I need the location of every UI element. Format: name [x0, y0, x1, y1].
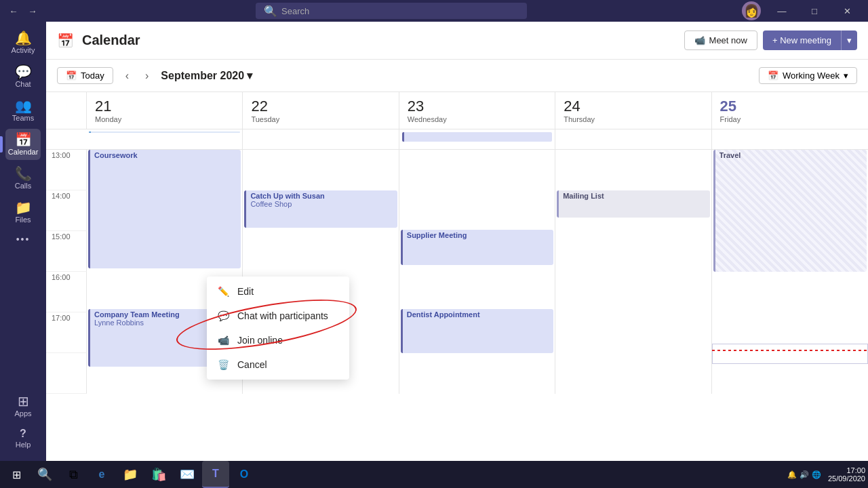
event-supplier[interactable]: Supplier Meeting [401, 230, 553, 265]
sidebar-item-calendar[interactable]: 📅 Calendar [5, 129, 41, 160]
taskbar: ⊞ 🔍 ⧉ e 📁 🛍️ ✉️ T O 🔔 🔊 🌐 17:00 25/09/20… [0, 461, 868, 488]
start-button[interactable]: ⊞ [3, 461, 30, 488]
sidebar-item-help[interactable]: ? Help [5, 424, 41, 453]
help-icon: ? [20, 428, 26, 439]
context-menu-edit[interactable]: ✏️ Edit [207, 279, 349, 304]
month-label[interactable]: September 2020 ▾ [161, 69, 252, 82]
context-menu-chat[interactable]: 💬 Chat with participants [207, 304, 349, 328]
calendar-icon: 📅 [15, 133, 32, 146]
event-coursework[interactable]: Coursework [88, 150, 241, 268]
meet-now-icon: 📹 [694, 35, 705, 45]
allday-mon [87, 129, 243, 149]
event-title: Travel [719, 151, 863, 159]
window-controls: — □ ✕ [766, 0, 863, 22]
new-meeting-button[interactable]: + New meeting [763, 30, 841, 50]
today-icon: 📅 [66, 70, 77, 81]
event-title: Mailing List [563, 192, 705, 200]
search-icon: 🔍 [264, 5, 277, 18]
sidebar-item-activity[interactable]: 🔔 Activity [5, 27, 41, 58]
taskbar-outlook[interactable]: O [231, 461, 258, 488]
taskbar-teams[interactable]: T [202, 461, 229, 488]
event-mailing[interactable]: Mailing List [557, 190, 709, 218]
current-time-slot [712, 344, 868, 364]
sidebar-item-more[interactable]: ••• [5, 230, 41, 248]
day-header-tue: 22 Tuesday [243, 92, 399, 129]
page-icon: 📅 [57, 33, 74, 49]
next-week-button[interactable]: › [141, 67, 153, 85]
time-slot-1700: 17:00 [46, 312, 87, 353]
tray-icon-1: 🔔 [787, 470, 797, 479]
context-menu-join[interactable]: 📹 Join online [207, 328, 349, 352]
day-name: Wednesday [408, 115, 547, 123]
day-number: 22 [251, 98, 390, 115]
sidebar-item-chat[interactable]: 💬 Chat [5, 61, 41, 92]
event-catch-up[interactable]: Catch Up with Susan Coffee Shop [244, 190, 397, 228]
day-number: 23 [408, 98, 547, 115]
time-column: 13:00 14:00 15:00 16:00 17:00 [46, 150, 87, 394]
context-menu: ✏️ Edit 💬 Chat with participants 📹 Join … [207, 277, 349, 380]
avatar[interactable]: 👩 [742, 1, 761, 20]
nav-forward-button[interactable]: → [24, 3, 41, 19]
meet-now-button[interactable]: 📹 Meet now [684, 30, 757, 50]
minimize-button[interactable]: — [766, 0, 797, 22]
day-header-wed: 23 Wednesday [399, 92, 555, 129]
search-bar[interactable]: 🔍 [256, 3, 527, 19]
calendar-toolbar: 📅 Today ‹ › September 2020 ▾ 📅 Working W… [46, 60, 868, 92]
sidebar-item-apps[interactable]: ⊞ Apps [5, 390, 41, 422]
search-input[interactable] [281, 6, 519, 16]
taskbar-store[interactable]: 🛍️ [145, 461, 172, 488]
day-header-thu: 24 Thursday [555, 92, 711, 129]
current-time-indicator [712, 350, 868, 351]
tray-icon-3: 🌐 [812, 470, 821, 479]
time-slot-1500: 15:00 [46, 231, 87, 272]
allday-thu [555, 129, 711, 149]
sidebar-item-label: Apps [14, 409, 31, 418]
context-menu-cancel[interactable]: 🗑️ Cancel [207, 352, 349, 377]
new-meeting-dropdown-button[interactable]: ▾ [841, 30, 857, 50]
context-menu-label: Chat with participants [237, 310, 328, 321]
teams-icon: 👥 [15, 99, 32, 113]
allday-event[interactable] [89, 131, 240, 133]
time-slot-1800 [46, 353, 87, 394]
allday-wed [399, 129, 555, 149]
taskbar-edge[interactable]: e [88, 461, 115, 488]
event-title: Supplier Meeting [407, 231, 549, 239]
day-name: Thursday [564, 115, 703, 123]
sidebar-item-label: Help [16, 441, 31, 449]
taskbar-files[interactable]: 📁 [117, 461, 144, 488]
event-travel[interactable]: Travel [713, 150, 867, 272]
day-name: Tuesday [251, 115, 390, 123]
sidebar-item-teams[interactable]: 👥 Teams [5, 95, 41, 126]
files-icon: 📁 [15, 201, 32, 214]
prev-week-button[interactable]: ‹ [121, 67, 133, 85]
chat-participants-icon: 💬 [218, 310, 229, 321]
taskbar-mail[interactable]: ✉️ [174, 461, 201, 488]
event-title: Dentist Appointment [407, 310, 549, 319]
context-menu-label: Edit [237, 286, 254, 297]
calls-icon: 📞 [15, 167, 32, 180]
close-button[interactable]: ✕ [831, 0, 863, 22]
maximize-button[interactable]: □ [799, 0, 830, 22]
view-selector-button[interactable]: 📅 Working Week ▾ [759, 67, 857, 84]
main-content: 📅 Calendar 📹 Meet now + New meeting ▾ 📅 [46, 22, 868, 461]
event-title: Coursework [94, 151, 237, 159]
event-dentist[interactable]: Dentist Appointment [401, 309, 553, 353]
new-meeting-group: + New meeting ▾ [763, 30, 857, 50]
nav-back-button[interactable]: ← [5, 3, 22, 19]
day-col-thu: Mailing List [555, 150, 711, 394]
topbar-actions: 📹 Meet now + New meeting ▾ [684, 30, 857, 50]
today-button[interactable]: 📅 Today [57, 67, 113, 84]
cancel-icon: 🗑️ [218, 359, 229, 370]
activity-icon: 🔔 [15, 31, 32, 45]
taskbar-search[interactable]: 🔍 [31, 461, 58, 488]
sidebar-item-files[interactable]: 📁 Files [5, 197, 41, 228]
apps-icon: ⊞ [18, 394, 29, 408]
day-number: 24 [564, 98, 703, 115]
taskbar-taskview[interactable]: ⧉ [60, 461, 87, 488]
calendar-header: 21 Monday 22 Tuesday 23 Wednesday 24 Thu… [46, 92, 868, 129]
calendar-scroll[interactable]: 13:00 14:00 15:00 16:00 17:00 Coursework… [46, 150, 868, 461]
sidebar-item-calls[interactable]: 📞 Calls [5, 163, 41, 194]
allday-row [46, 129, 868, 150]
month-dropdown-icon: ▾ [247, 69, 252, 82]
calendar-body: 13:00 14:00 15:00 16:00 17:00 Coursework… [46, 150, 868, 394]
